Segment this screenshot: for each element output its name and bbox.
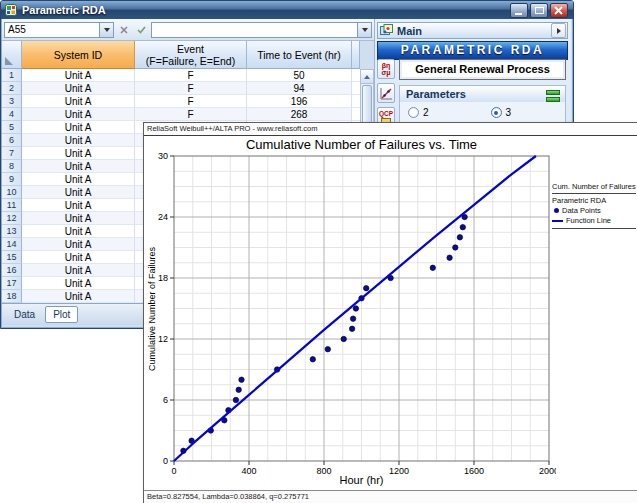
general-renewal-process-button[interactable]: General Renewal Process (399, 59, 566, 80)
table-cell[interactable]: Unit A (22, 108, 135, 121)
table-cell[interactable]: Unit A (22, 173, 135, 186)
column-header-extra (352, 41, 360, 69)
table-cell-extra (352, 82, 360, 95)
row-header[interactable]: 13 (2, 225, 22, 238)
table-cell[interactable]: F (135, 95, 247, 108)
table-cell-extra (352, 69, 360, 82)
table-cell[interactable]: Unit A (22, 199, 135, 212)
data-point-marker-icon (554, 208, 559, 213)
panel-menu-expand-button[interactable] (551, 23, 566, 38)
table-cell[interactable]: Unit A (22, 251, 135, 264)
chevron-right-icon (557, 28, 561, 34)
column-header-3[interactable]: Time to Event (hr) (247, 41, 352, 69)
tab-data[interactable]: Data (7, 307, 42, 322)
chevron-down-icon (104, 28, 110, 32)
row-header[interactable]: 5 (2, 121, 22, 134)
table-cell[interactable]: Unit A (22, 264, 135, 277)
close-button[interactable] (550, 3, 568, 18)
cancel-x-icon (120, 26, 128, 34)
analysis-banner: PARAMETRIC RDA (377, 41, 568, 60)
row-header[interactable]: 6 (2, 134, 22, 147)
column-header-1[interactable]: System ID (22, 41, 135, 69)
formula-input[interactable] (151, 22, 372, 38)
plot-button[interactable] (377, 83, 395, 103)
svg-text:0: 0 (163, 456, 168, 466)
scroll-up-button[interactable] (361, 70, 373, 84)
table-cell[interactable]: Unit A (22, 212, 135, 225)
row-header[interactable]: 9 (2, 173, 22, 186)
radio-option-3[interactable]: 3 (491, 107, 512, 118)
row-header[interactable]: 1 (2, 69, 22, 82)
formula-dropdown[interactable] (357, 23, 371, 37)
row-header[interactable]: 17 (2, 277, 22, 290)
legend-group-label: Parametric RDA (552, 196, 636, 205)
table-cell[interactable]: Unit A (22, 186, 135, 199)
tab-plot[interactable]: Plot (45, 306, 78, 323)
table-cell[interactable]: Unit A (22, 238, 135, 251)
table-cell[interactable]: F (135, 69, 247, 82)
table-cell[interactable]: Unit A (22, 160, 135, 173)
table-cell[interactable]: 196 (247, 95, 352, 108)
table-cell[interactable]: Unit A (22, 290, 135, 303)
row-header[interactable]: 15 (2, 251, 22, 264)
radio-option-2[interactable]: 2 (408, 107, 429, 118)
y-axis-label: Cumulative Number of Failures (147, 184, 157, 434)
greek-parameters-icon: βη (382, 62, 391, 69)
plot-window: ReliaSoft Weibull++/ALTA PRO - www.relia… (143, 122, 637, 503)
parameters-section-header[interactable]: Parameters (399, 85, 566, 103)
row-header[interactable]: 8 (2, 160, 22, 173)
select-all-corner[interactable] (2, 41, 22, 69)
table-cell[interactable]: Unit A (22, 147, 135, 160)
chart-canvas: 04008001200160020000612182430 (144, 143, 556, 477)
confirm-entry-button[interactable] (134, 22, 148, 37)
corner-triangle-icon (5, 57, 13, 65)
row-header[interactable]: 3 (2, 95, 22, 108)
table-cell[interactable]: Unit A (22, 134, 135, 147)
cell-reference-value: A55 (5, 24, 99, 35)
qcp-icon: QCP (379, 110, 393, 117)
row-header[interactable]: 11 (2, 199, 22, 212)
screen: Parametric RDA A55 (0, 0, 637, 503)
table-cell[interactable]: 94 (247, 82, 352, 95)
formula-bar: A55 (2, 19, 374, 41)
legend-item: Function Line (552, 216, 636, 225)
minimize-button[interactable] (510, 3, 528, 18)
table-cell[interactable]: Unit A (22, 95, 135, 108)
cancel-entry-button[interactable] (117, 22, 131, 37)
parameters-radio-group: 23 (399, 102, 566, 124)
table-cell[interactable]: Unit A (22, 82, 135, 95)
column-header-2[interactable]: Event(F=Failure, E=End) (135, 41, 247, 69)
table-cell[interactable]: Unit A (22, 121, 135, 134)
panel-menu-bar[interactable]: Main (377, 22, 568, 39)
table-cell[interactable]: 268 (247, 108, 352, 121)
row-header[interactable]: 14 (2, 238, 22, 251)
row-header[interactable]: 18 (2, 290, 22, 303)
row-header[interactable]: 16 (2, 264, 22, 277)
distribution-parameters-button[interactable]: βη σμ (377, 59, 395, 79)
row-header[interactable]: 7 (2, 147, 22, 160)
table-cell-extra (352, 108, 360, 121)
table-cell[interactable]: Unit A (22, 225, 135, 238)
function-line-marker-icon (552, 220, 563, 222)
cell-reference-dropdown[interactable] (99, 23, 113, 37)
maximize-button[interactable] (530, 3, 548, 18)
radio-icon (491, 107, 502, 118)
legend-item: Data Points (552, 206, 636, 215)
row-header[interactable]: 12 (2, 212, 22, 225)
table-cell[interactable]: 50 (247, 69, 352, 82)
row-header[interactable]: 4 (2, 108, 22, 121)
table-cell[interactable]: Unit A (22, 69, 135, 82)
row-header[interactable]: 10 (2, 186, 22, 199)
table-cell[interactable]: Unit A (22, 277, 135, 290)
plot-sheet-header: ReliaSoft Weibull++/ALTA PRO - www.relia… (144, 123, 637, 136)
cell-reference-box[interactable]: A55 (4, 22, 114, 38)
row-header[interactable]: 2 (2, 82, 22, 95)
table-cell-extra (352, 95, 360, 108)
table-cell[interactable]: F (135, 108, 247, 121)
svg-text:30: 30 (158, 151, 168, 161)
svg-text:18: 18 (158, 273, 168, 283)
table-cell[interactable]: F (135, 82, 247, 95)
parameters-label: Parameters (406, 88, 466, 100)
chevron-down-icon (362, 28, 368, 32)
window-titlebar[interactable]: Parametric RDA (1, 1, 573, 19)
